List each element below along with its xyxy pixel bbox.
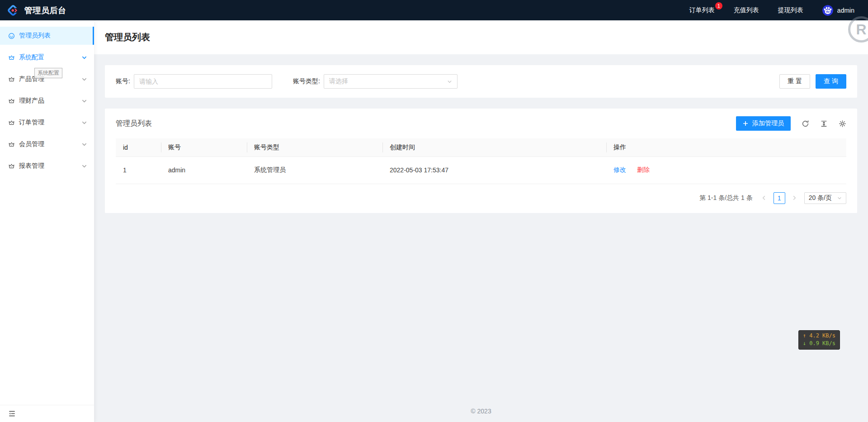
col-header-account-type: 账号类型: [247, 138, 382, 156]
add-admin-button-label: 添加管理员: [752, 119, 784, 128]
sidebar-item-member-mgmt[interactable]: 会员管理: [0, 135, 94, 153]
col-header-id: id: [116, 138, 161, 156]
chevron-down-icon: [82, 77, 87, 82]
sidebar-item-label: 订单管理: [19, 119, 44, 127]
upload-speed: ↑ 4.2 KB/s: [803, 332, 835, 340]
chevron-down-icon: [837, 196, 842, 200]
col-header-account: 账号: [161, 138, 247, 156]
chevron-down-icon: [447, 79, 452, 84]
topbar-nav: 订单列表 1 充值列表 提现列表 du admin: [689, 5, 868, 16]
delete-link[interactable]: 删除: [637, 166, 650, 173]
table-wrap: id 账号 账号类型 创建时间 操作 1 admin 系统管理员: [105, 138, 857, 184]
sidebar-item-label: 报表管理: [19, 162, 44, 170]
sidebar-item-label: 系统配置: [19, 53, 44, 62]
app-title: 管理员后台: [24, 5, 66, 16]
cell-actions: 修改 删除: [606, 156, 846, 184]
table-toolbar: 管理员列表 添加管理员: [105, 109, 857, 138]
topbar-item-orders-label: 订单列表: [689, 6, 715, 14]
topbar-item-recharge[interactable]: 充值列表: [734, 6, 759, 14]
footer-copyright: © 2023: [105, 399, 857, 422]
sidebar-item-finance-product[interactable]: 理财产品: [0, 92, 94, 110]
account-label: 账号:: [116, 77, 130, 85]
select-placeholder: 请选择: [329, 77, 348, 85]
cell-account: admin: [161, 156, 247, 184]
svg-text:du: du: [826, 10, 830, 13]
col-header-actions: 操作: [606, 138, 846, 156]
sidebar-item-report-mgmt[interactable]: 报表管理: [0, 157, 94, 175]
topbar: 管理员后台 订单列表 1 充值列表 提现列表 du admin: [0, 0, 868, 20]
table-row: 1 admin 系统管理员 2022-05-03 17:53:47 修改 删除: [116, 156, 846, 184]
filter-buttons: 重 置 查 询: [779, 74, 846, 89]
search-button[interactable]: 查 询: [816, 74, 846, 89]
table-toolbar-actions: 添加管理员: [736, 116, 846, 131]
page-title: 管理员列表: [105, 31, 150, 43]
crown-icon: [8, 141, 15, 148]
sidebar-item-label: 会员管理: [19, 140, 44, 148]
crown-icon: [8, 119, 15, 126]
cell-created-at: 2022-05-03 17:53:47: [382, 156, 606, 184]
cell-account-type: 系统管理员: [247, 156, 382, 184]
crown-icon: [8, 76, 15, 83]
brand[interactable]: 管理员后台: [0, 4, 66, 17]
next-page-icon[interactable]: [789, 192, 801, 204]
chevron-down-icon: [82, 99, 87, 104]
account-type-select[interactable]: 请选择: [324, 74, 458, 89]
reset-button[interactable]: 重 置: [779, 74, 810, 89]
topbar-item-orders[interactable]: 订单列表 1: [689, 6, 715, 14]
crown-icon: [8, 98, 15, 104]
page-number[interactable]: 1: [774, 192, 785, 204]
settings-gear-icon[interactable]: [839, 120, 846, 128]
table-header-row: id 账号 账号类型 创建时间 操作: [116, 138, 846, 156]
column-height-icon[interactable]: [820, 120, 828, 128]
smile-icon: [8, 33, 15, 39]
app-logo-icon: [6, 4, 20, 17]
topbar-item-withdraw[interactable]: 提现列表: [778, 6, 803, 14]
pagination: 第 1-1 条/总共 1 条 1 20 条/页: [105, 184, 857, 210]
chevron-down-icon: [82, 164, 87, 169]
pagination-summary: 第 1-1 条/总共 1 条: [699, 194, 752, 202]
network-speed-overlay: ↑ 4.2 KB/s ↓ 0.9 KB/s: [798, 330, 840, 350]
app-viewport: 管理员后台 订单列表 1 充值列表 提现列表 du admin: [0, 0, 868, 422]
reload-icon[interactable]: [802, 120, 809, 128]
admin-table: id 账号 账号类型 创建时间 操作 1 admin 系统管理员: [116, 138, 846, 184]
col-header-created-at: 创建时间: [382, 138, 606, 156]
sidebar: 管理员列表 系统配置: [0, 20, 94, 422]
account-input[interactable]: [134, 74, 272, 89]
menu-fold-icon: [8, 410, 16, 417]
sidebar-item-system-config[interactable]: 系统配置: [0, 48, 94, 66]
filter-card: 账号: 账号类型: 请选择 重 置 查 询: [105, 65, 857, 98]
edit-link[interactable]: 修改: [613, 166, 626, 173]
orders-badge: 1: [715, 2, 722, 9]
add-admin-button[interactable]: 添加管理员: [736, 116, 791, 131]
content: 账号: 账号类型: 请选择 重 置 查 询: [94, 54, 868, 422]
chevron-down-icon: [82, 120, 87, 125]
crown-icon: [8, 163, 15, 170]
crown-icon: [8, 54, 15, 61]
sidebar-item-product-mgmt[interactable]: 产品管理: [0, 70, 94, 88]
username: admin: [837, 7, 854, 14]
page-size-value: 20 条/页: [809, 194, 832, 202]
prev-page-icon[interactable]: [758, 192, 770, 204]
sidebar-item-label: 产品管理: [19, 75, 44, 83]
sidebar-item-label: 管理员列表: [19, 32, 51, 40]
chevron-down-icon: [82, 142, 87, 147]
sidebar-collapse-trigger[interactable]: [0, 405, 94, 422]
account-type-label: 账号类型:: [293, 77, 320, 85]
page-header: 管理员列表: [94, 20, 868, 54]
plus-icon: [743, 121, 748, 126]
sidebar-item-order-mgmt[interactable]: 订单管理: [0, 114, 94, 132]
user-menu[interactable]: du admin: [822, 5, 854, 16]
download-speed: ↓ 0.9 KB/s: [803, 340, 835, 347]
sidebar-item-admin-list[interactable]: 管理员列表: [0, 27, 94, 45]
main: 管理员列表 账号: 账号类型: 请选择 重 置 查 询: [94, 20, 868, 422]
chevron-down-icon: [82, 55, 87, 60]
sidebar-menu: 管理员列表 系统配置: [0, 20, 94, 405]
admin-table-card: 管理员列表 添加管理员: [105, 109, 857, 213]
sidebar-item-label: 理财产品: [19, 97, 44, 105]
avatar: du: [822, 5, 833, 16]
page-size-select[interactable]: 20 条/页: [804, 192, 846, 204]
cell-id: 1: [116, 156, 161, 184]
table-title: 管理员列表: [116, 119, 152, 128]
